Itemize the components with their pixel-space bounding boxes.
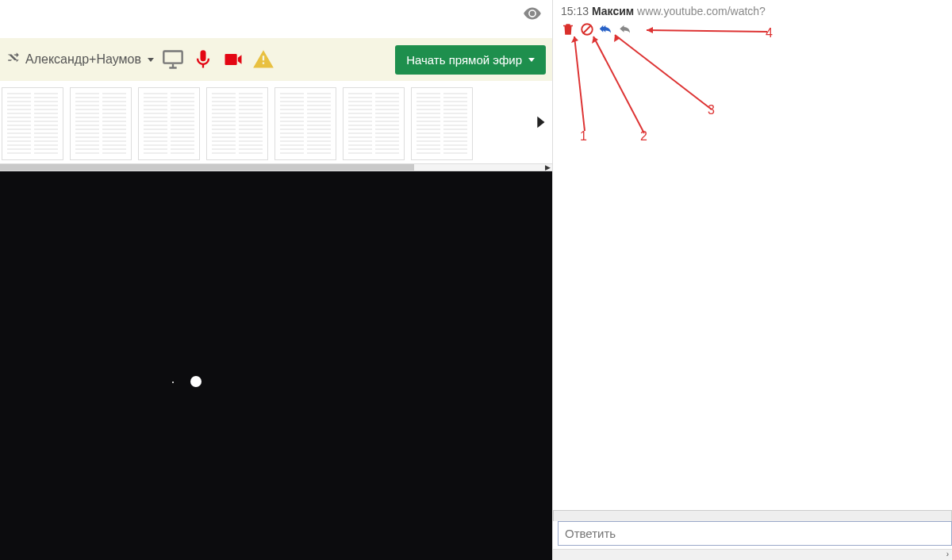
loader-dot	[190, 376, 202, 387]
thumbnail[interactable]	[411, 87, 473, 160]
thumbnail-list[interactable]	[0, 82, 528, 162]
warning-icon[interactable]	[252, 48, 274, 71]
shuffle-icon	[6, 51, 21, 68]
left-panel: Александр+Наумов Начать прямой эфир	[0, 0, 552, 560]
mic-icon[interactable]	[192, 48, 214, 71]
message-url[interactable]: www.youtube.com/watch?	[637, 5, 766, 17]
svg-rect-0	[163, 52, 182, 63]
visibility-row	[0, 0, 552, 24]
video-area[interactable]	[0, 171, 552, 560]
message-author: Максим	[592, 5, 634, 17]
svg-line-6	[647, 30, 767, 32]
annotation-arrow	[608, 30, 720, 117]
reply-bar-divider	[553, 510, 952, 521]
caret-down-icon	[148, 58, 154, 62]
user-label: Александр+Наумов	[25, 52, 141, 67]
start-stream-button[interactable]: Начать прямой эфир	[395, 45, 546, 75]
annotation-arrow	[640, 24, 775, 40]
camera-icon[interactable]	[222, 48, 244, 71]
svg-line-5	[615, 35, 712, 109]
user-dropdown[interactable]: Александр+Наумов	[6, 51, 154, 68]
thumbnail[interactable]	[206, 87, 268, 160]
thumbnail[interactable]	[138, 87, 200, 160]
monitor-icon[interactable]	[162, 48, 184, 71]
reply-input[interactable]	[558, 521, 952, 546]
thumbnail[interactable]	[70, 87, 132, 160]
chat-panel: 15:13 Максим www.youtube.com/watch?	[552, 0, 952, 560]
toolbar: Александр+Наумов Начать прямой эфир	[0, 38, 552, 81]
thumbnail-strip	[0, 81, 552, 163]
thumbnail[interactable]	[274, 87, 336, 160]
loader-dot	[172, 382, 174, 383]
eye-icon[interactable]	[522, 3, 543, 26]
thumbnail-next-button[interactable]	[528, 108, 552, 136]
annotation-number: 4	[766, 26, 773, 40]
annotation-number: 1	[580, 129, 587, 144]
reply-row	[553, 510, 952, 546]
start-stream-label: Начать прямой эфир	[406, 53, 522, 67]
chat-scrollbar[interactable]: ›	[553, 549, 952, 560]
annotation-number: 2	[640, 129, 647, 144]
thumbnail[interactable]	[2, 87, 63, 160]
thumbnail[interactable]	[343, 87, 405, 160]
thumb-scrollbar[interactable]: ▶	[0, 163, 552, 171]
caret-down-icon	[528, 58, 535, 62]
message-time: 15:13	[561, 5, 589, 17]
svg-line-3	[574, 36, 585, 131]
chat-message: 15:13 Максим www.youtube.com/watch?	[553, 0, 952, 21]
annotation-number: 3	[708, 103, 715, 117]
